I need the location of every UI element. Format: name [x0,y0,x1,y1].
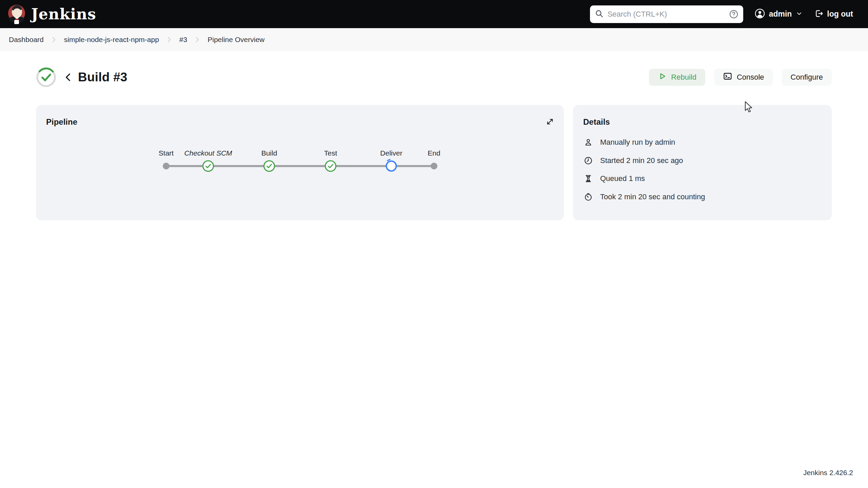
stage-node-test-success-icon[interactable] [324,160,337,172]
head-actions: Rebuild Console Configure [649,69,832,86]
logout-label: log out [827,9,853,19]
stage-node-build-success-icon[interactable] [263,160,275,172]
console-label: Console [737,73,764,82]
jenkins-home-link[interactable]: Jenkins [7,3,96,25]
hourglass-icon [584,174,593,183]
jenkins-build-page: Jenkins [0,0,868,488]
back-button[interactable] [64,72,73,82]
stage-node-checkout-scm-success-icon[interactable] [202,160,214,172]
breadcrumb-separator-icon [167,37,171,43]
user-menu[interactable]: admin [755,8,803,20]
terminal-icon [723,72,732,83]
stage-label-build: Build [261,149,277,157]
stage-node-start[interactable] [163,163,170,169]
configure-button[interactable]: Configure [782,69,832,86]
breadcrumb-pipeline-overview[interactable]: Pipeline Overview [208,36,264,44]
detail-text: Took 2 min 20 sec and counting [600,192,705,201]
stopwatch-icon [584,192,593,201]
top-bar-right: admin log out [590,5,853,23]
breadcrumb-separator-icon [195,37,199,43]
page-head: Build #3 Rebuild Console Configure [36,67,832,87]
stage-label-deliver: Deliver [380,149,402,157]
configure-label: Configure [791,73,823,82]
brand-title: Jenkins [31,5,96,23]
user-name: admin [769,9,792,19]
stage-label-test: Test [324,149,337,157]
jenkins-version: Jenkins 2.426.2 [803,469,853,477]
logout-button[interactable]: log out [814,9,853,20]
pipeline-graph: Start Checkout SCM Build Test Deliver En… [36,105,564,220]
search-box [590,5,743,23]
chevron-down-icon [796,10,803,18]
stage-label-checkout-scm: Checkout SCM [184,149,232,157]
search-input[interactable] [608,10,729,19]
user-icon [584,138,593,147]
help-icon[interactable] [729,9,738,19]
detail-text: Started 2 min 20 sec ago [600,156,683,165]
stage-label-end: End [428,149,440,157]
logout-icon [814,9,824,20]
stage-node-deliver-running-icon[interactable] [385,160,397,172]
page-title: Build #3 [78,70,127,84]
breadcrumb-dashboard[interactable]: Dashboard [9,36,44,44]
detail-row-cause: Manually run by admin [584,138,675,147]
detail-text: Queued 1 ms [600,174,645,183]
breadcrumb: Dashboard simple-node-js-react-npm-app #… [0,28,868,51]
pipeline-card: Pipeline Start Checkout SCM Build Test D… [36,105,564,220]
clock-icon [584,156,593,165]
jenkins-logo-icon [7,3,26,25]
detail-row-started: Started 2 min 20 sec ago [584,156,683,165]
user-avatar-icon [755,8,765,20]
detail-row-queued: Queued 1 ms [584,174,645,183]
details-card: Details Manually run by admin Started 2 … [573,105,832,220]
console-button[interactable]: Console [714,69,773,86]
rebuild-button[interactable]: Rebuild [649,69,705,86]
detail-text: Manually run by admin [600,138,675,147]
detail-row-took: Took 2 min 20 sec and counting [584,192,705,201]
stage-label-start: Start [159,149,174,157]
breadcrumb-separator-icon [52,37,56,43]
top-bar: Jenkins [0,0,868,28]
stage-node-end[interactable] [431,163,437,169]
breadcrumb-build-number[interactable]: #3 [179,36,187,44]
play-icon [658,72,667,83]
search-icon [595,9,604,19]
details-card-title: Details [583,117,610,127]
rebuild-label: Rebuild [671,73,696,82]
breadcrumb-job[interactable]: simple-node-js-react-npm-app [64,36,159,44]
build-status-in-progress-icon [36,67,56,87]
